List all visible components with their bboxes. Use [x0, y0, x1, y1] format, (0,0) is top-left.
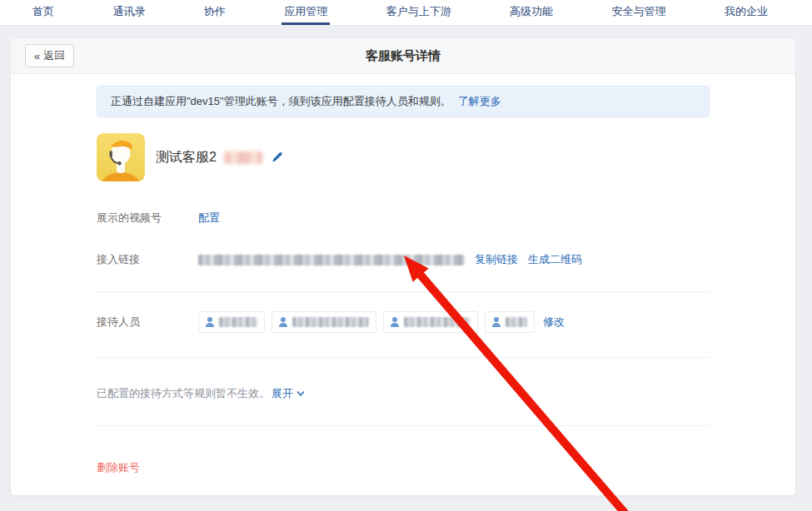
page-title: 客服账号详情	[11, 48, 795, 64]
person-icon	[492, 317, 501, 327]
double-chevron-left-icon: «	[34, 50, 40, 62]
divider	[97, 291, 710, 292]
modify-staff-link[interactable]: 修改	[543, 315, 565, 330]
top-navigation: 首页 通讯录 协作 应用管理 客户与上下游 高级功能 安全与管理 我的企业	[0, 0, 812, 26]
copy-link-button[interactable]: 复制链接	[475, 252, 518, 267]
nav-item-home[interactable]: 首页	[30, 0, 57, 25]
staff-chip	[198, 311, 265, 333]
customer-service-avatar	[97, 133, 145, 181]
video-account-row: 展示的视频号 配置	[97, 211, 710, 226]
nav-item-advanced[interactable]: 高级功能	[507, 0, 555, 25]
profile-section: 测试客服2	[97, 133, 710, 181]
detail-card: « 返回 客服账号详情 正通过自建应用"dev15"管理此账号，须到该应用配置接…	[10, 37, 796, 496]
rules-text: 已配置的接待方式等规则暂不生效。	[97, 386, 270, 401]
nav-item-customers[interactable]: 客户与上下游	[384, 0, 454, 25]
redacted-access-url	[198, 255, 465, 265]
card-header: « 返回 客服账号详情	[11, 38, 795, 74]
edit-pencil-icon[interactable]	[271, 151, 282, 163]
access-link-row: 接入链接 复制链接 生成二维码	[97, 252, 710, 267]
configure-video-link[interactable]: 配置	[198, 211, 220, 226]
video-account-label: 展示的视频号	[97, 211, 198, 226]
redacted-staff-name	[404, 317, 471, 327]
redacted-staff-name	[506, 317, 527, 327]
redacted-staff-name	[292, 317, 369, 327]
expand-label: 展开	[271, 386, 293, 401]
account-name: 测试客服2	[156, 149, 217, 166]
nav-item-security[interactable]: 安全与管理	[610, 0, 669, 25]
generate-qr-button[interactable]: 生成二维码	[528, 252, 582, 267]
person-icon	[279, 317, 287, 327]
expand-rules-link[interactable]: 展开	[271, 386, 305, 401]
info-banner-text: 正通过自建应用"dev15"管理此账号，须到该应用配置接待人员和规则。	[111, 95, 451, 107]
staff-chip	[271, 311, 376, 333]
staff-chip	[485, 311, 535, 333]
staff-label: 接待人员	[97, 315, 198, 330]
redacted-staff-name	[219, 317, 257, 327]
page-background: « 返回 客服账号详情 正通过自建应用"dev15"管理此账号，须到该应用配置接…	[0, 26, 812, 511]
nav-item-my-enterprise[interactable]: 我的企业	[722, 0, 770, 25]
learn-more-link[interactable]: 了解更多	[458, 95, 501, 107]
nav-item-app-management[interactable]: 应用管理	[281, 0, 330, 25]
back-button-label: 返回	[43, 48, 65, 63]
nav-item-collaboration[interactable]: 协作	[202, 0, 228, 25]
back-button[interactable]: « 返回	[25, 44, 74, 67]
delete-row: 删除账号	[97, 460, 710, 475]
staff-chip-list	[198, 311, 535, 333]
divider	[97, 425, 710, 426]
staff-row: 接待人员	[97, 311, 710, 333]
person-icon	[206, 317, 214, 327]
divider	[97, 357, 710, 358]
staff-chip	[383, 311, 478, 333]
info-banner: 正通过自建应用"dev15"管理此账号，须到该应用配置接待人员和规则。了解更多	[97, 86, 710, 117]
access-link-label: 接入链接	[97, 252, 198, 267]
person-icon	[391, 317, 399, 327]
redacted-name-suffix	[224, 151, 262, 164]
chevron-down-icon	[296, 391, 305, 396]
nav-item-contacts[interactable]: 通讯录	[110, 0, 147, 25]
rules-row: 已配置的接待方式等规则暂不生效。 展开	[97, 386, 710, 401]
delete-account-link[interactable]: 删除账号	[97, 460, 140, 475]
card-body: 正通过自建应用"dev15"管理此账号，须到该应用配置接待人员和规则。了解更多	[11, 74, 795, 475]
